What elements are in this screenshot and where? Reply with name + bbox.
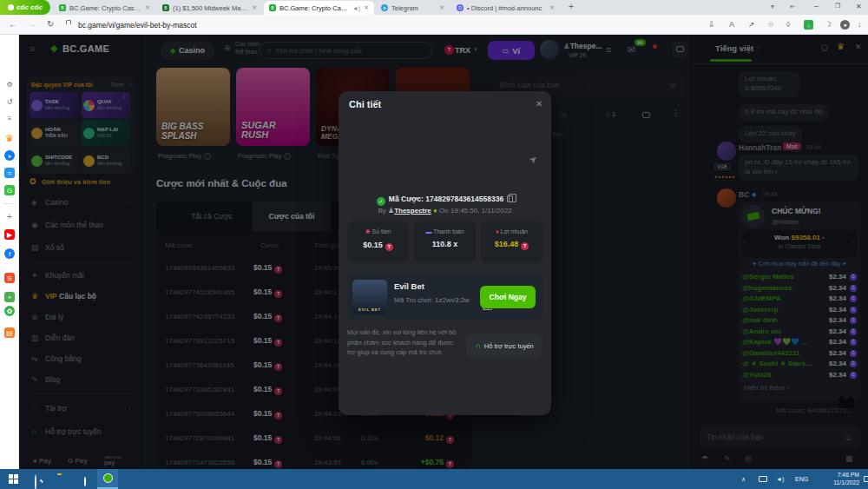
modal-game-box: EVIL BET Evil Bet Mã Trò chơi: 1z2wv3:2w… — [347, 274, 542, 320]
clock[interactable]: 7:46 PM11/1/2022 — [818, 472, 859, 487]
panel-icon[interactable]: ⇤ — [790, 3, 796, 10]
bookmark-star-icon[interactable]: ☆ — [767, 20, 774, 29]
facebook-icon[interactable]: f — [4, 248, 15, 259]
tray-chevron-icon[interactable]: ∧ — [741, 476, 746, 483]
badge-icon: ● — [431, 207, 437, 215]
tab-telegram[interactable]: ➤Telegram✕ — [376, 1, 450, 15]
close-icon[interactable]: ✕ — [145, 4, 150, 11]
messenger-icon[interactable]: ➤ — [4, 150, 15, 161]
modal-game-name: Evil Bet — [394, 281, 424, 291]
profile-icon[interactable]: ● — [840, 20, 850, 30]
reload-icon[interactable]: ↻ — [47, 19, 54, 29]
modal-game-id: Mã Trò chơi: 1z2wv3:2w — [394, 296, 470, 304]
tab-forum[interactable]: B(1) $1,500 Midweek Mascot I✕ — [157, 1, 262, 15]
games-icon[interactable]: G — [4, 185, 15, 195]
save-page-icon[interactable]: ⇩ — [708, 20, 715, 29]
browser-sidebar: ⚙ ↺ ≡ ♛ ➤ ≈ G + ▶ f S + ✿ ▤ ⋯ — [0, 35, 19, 469]
coccoc-brand[interactable]: cốc cốc — [0, 0, 50, 15]
add-shortcut-icon[interactable]: + — [4, 211, 15, 221]
close-icon[interactable]: ✕ — [364, 4, 369, 11]
play-now-button[interactable]: Chơi Ngay — [480, 286, 536, 308]
tab-bcgame-active[interactable]: BBC.Game: Crypto Casino (◄)✕ — [264, 1, 374, 15]
stat-amount: ❋ Số tiền$0.15T — [347, 221, 409, 263]
volume-icon[interactable]: ◄) — [776, 476, 784, 482]
browser-toolbar: ← → ↻ bc.game/vi/game/evil-bet-by-mascot… — [0, 15, 868, 35]
address-url[interactable]: bc.game/vi/game/evil-bet-by-mascot — [78, 21, 197, 30]
maximize-button[interactable]: ❒ — [835, 3, 840, 10]
screen: cốc cốc BBC.Game: Crypto Casino Gan✕ B(1… — [0, 0, 868, 489]
bet-by-row: By ♟Thespectre ● On 19:45:50, 1/11/2022 — [339, 207, 551, 215]
reading-list-icon[interactable]: ≡ — [4, 113, 15, 123]
bet-details-modal: Chi tiết ✕ ➤ ✓Mã Cược: 17482978436145583… — [339, 91, 551, 415]
bet-datetime: 19:45:50, 1/11/2022 — [450, 207, 512, 215]
modal-note: Mọi vấn đề, xin vui lòng liên hệ với bộ … — [347, 327, 462, 358]
stat-payout: ▬ Thanh toán110.8 x — [414, 221, 476, 263]
zalo-icon[interactable]: ≈ — [4, 168, 15, 178]
divider — [3, 203, 16, 204]
shield-icon[interactable]: ◊ — [786, 20, 790, 29]
youtube-icon[interactable]: ▶ — [4, 229, 15, 240]
input-language[interactable]: ENG — [795, 476, 808, 482]
download-manager-icon[interactable]: ↓ — [804, 20, 813, 30]
bcgame-favicon: B — [59, 4, 66, 11]
close-window-button[interactable]: ✕ — [856, 3, 862, 10]
vip-crown-icon[interactable]: ♛ — [4, 133, 15, 143]
night-mode-icon[interactable]: ☽ — [825, 20, 832, 29]
telegram-favicon: ➤ — [381, 4, 388, 11]
shop-cart-icon[interactable]: ▤ — [4, 327, 15, 338]
close-icon[interactable]: ✕ — [439, 4, 444, 11]
tab-discord[interactable]: D• Discord | #mod-announc✕ — [451, 1, 560, 15]
extension-green-icon[interactable]: + — [4, 292, 15, 302]
profit-icon: ♦ — [496, 228, 499, 235]
tab-title: • Discord | #mod-announc — [467, 4, 546, 12]
new-tab-button[interactable]: + — [569, 2, 574, 11]
bet-id-row: ✓Mã Cược: 1748297843614558336 — [339, 189, 551, 206]
taskbar-search-icon[interactable] — [35, 474, 36, 489]
coccoc-taskbar-slot[interactable] — [97, 469, 118, 489]
tab-title: Telegram — [391, 4, 436, 12]
tab-title: (1) $1,500 Midweek Mascot I — [173, 4, 248, 12]
bcgame-favicon: B — [269, 4, 276, 11]
forward-icon[interactable]: → — [28, 19, 36, 29]
audio-icon: ◄) — [352, 5, 360, 11]
amount-icon: ❋ — [365, 228, 371, 235]
stat-profit: ♦ Lợi nhuận$16.48T — [481, 221, 542, 263]
share-bet-icon[interactable]: ➤ — [527, 153, 540, 167]
history-icon[interactable]: ↺ — [4, 96, 15, 107]
windows-taskbar: ∧ ◄) ENG 7:46 PM11/1/2022 — [0, 469, 868, 489]
copy-icon[interactable] — [507, 195, 513, 202]
tab-search-icon[interactable]: ▾ — [771, 3, 774, 10]
bcgame-favicon: B — [162, 4, 169, 11]
support-button[interactable]: ∩Hỗ trợ trực tuyến — [466, 334, 542, 357]
close-icon[interactable]: ✕ — [549, 4, 555, 11]
brand-label: cốc cốc — [16, 3, 43, 11]
tab-bcgame-1[interactable]: BBC.Game: Crypto Casino Gan✕ — [54, 1, 155, 15]
browser-tabstrip: cốc cốc BBC.Game: Crypto Casino Gan✕ B(1… — [0, 0, 868, 15]
back-icon[interactable]: ← — [9, 19, 17, 29]
share-icon[interactable]: ↗ — [748, 20, 755, 29]
payout-icon: ▬ — [425, 228, 431, 235]
coccoc-logo-icon — [8, 4, 14, 10]
close-icon[interactable]: ✕ — [252, 4, 257, 11]
page-viewport: ≡ ◆ BC.GAME Đặc quyền VIP của tôi Thêm ›… — [19, 35, 868, 469]
bet-id-value: 1748297843614558336 — [425, 195, 503, 203]
settings-gear-icon[interactable]: ⚙ — [4, 79, 15, 89]
tab-title: BC.Game: Crypto Casino ( — [279, 4, 349, 12]
network-icon[interactable] — [759, 476, 767, 482]
modal-close-icon[interactable]: ✕ — [536, 99, 542, 109]
translate-icon[interactable]: A — [729, 20, 734, 29]
headset-icon: ∩ — [475, 341, 481, 350]
tab-title: BC.Game: Crypto Casino Gan — [69, 4, 141, 12]
action-center-icon[interactable] — [864, 476, 868, 482]
discord-favicon: D — [457, 4, 464, 11]
game-thumbnail[interactable]: EVIL BET — [352, 280, 387, 314]
downloads-icon[interactable]: ↓ — [858, 20, 862, 29]
shopee-icon[interactable]: S — [4, 273, 15, 283]
plant-app-icon[interactable]: ✿ — [4, 306, 15, 316]
verified-check-icon: ✓ — [377, 197, 385, 206]
bet-user[interactable]: Thespectre — [394, 207, 431, 215]
minimize-button[interactable]: – — [814, 2, 819, 10]
modal-title: Chi tiết — [349, 99, 381, 109]
start-button[interactable] — [9, 474, 18, 484]
